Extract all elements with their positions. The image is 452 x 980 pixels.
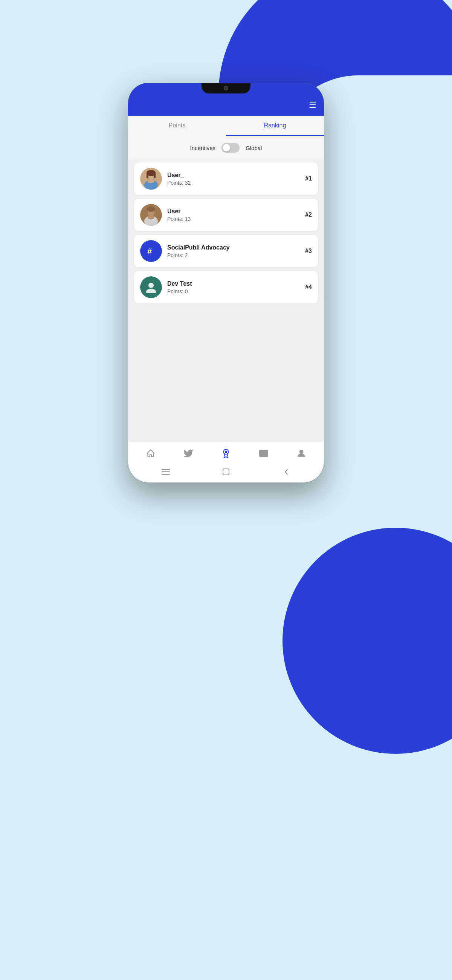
svg-rect-21 bbox=[162, 469, 170, 470]
username: SocialPubli Advocacy bbox=[167, 244, 300, 251]
global-label: Global bbox=[246, 145, 262, 151]
svg-point-4 bbox=[147, 180, 154, 183]
points: Points: 0 bbox=[167, 288, 300, 294]
woman-avatar-icon bbox=[140, 168, 162, 189]
hamburger-menu-icon[interactable]: ☰ bbox=[309, 101, 316, 109]
twitter-icon bbox=[184, 449, 193, 458]
svg-rect-7 bbox=[154, 173, 155, 178]
bg-decoration-bottom bbox=[282, 528, 452, 754]
rankings-list: User_ Points: 32 #1 bbox=[128, 159, 324, 441]
front-camera bbox=[224, 86, 228, 91]
nav-badge[interactable] bbox=[218, 447, 234, 460]
nav-home[interactable] bbox=[143, 447, 159, 460]
points: Points: 13 bbox=[167, 216, 300, 222]
avatar bbox=[140, 168, 162, 189]
svg-point-16 bbox=[146, 289, 156, 293]
hashtag-bubble-avatar: # bbox=[140, 240, 162, 262]
system-square-icon bbox=[222, 468, 230, 476]
avatar bbox=[140, 204, 162, 226]
svg-point-13 bbox=[148, 214, 154, 217]
home-icon bbox=[146, 449, 155, 458]
rank-info: User Points: 13 bbox=[167, 208, 300, 222]
svg-rect-6 bbox=[146, 173, 148, 178]
tab-ranking[interactable]: Ranking bbox=[226, 116, 324, 136]
rank-item[interactable]: User Points: 13 #2 bbox=[134, 199, 318, 231]
person-icon bbox=[145, 281, 157, 293]
devtest-avatar-icon bbox=[140, 276, 162, 298]
system-home-button[interactable] bbox=[222, 468, 230, 476]
nav-twitter[interactable] bbox=[181, 447, 196, 460]
toggle-switch[interactable] bbox=[222, 143, 239, 153]
points: Points: 32 bbox=[167, 180, 300, 186]
tab-bar: Points Ranking bbox=[128, 116, 324, 136]
svg-point-20 bbox=[300, 450, 303, 453]
svg-rect-23 bbox=[162, 474, 170, 475]
incentives-global-toggle-row: Incentives Global bbox=[128, 136, 324, 159]
system-back-button[interactable] bbox=[282, 468, 291, 476]
svg-point-15 bbox=[148, 283, 154, 288]
svg-rect-22 bbox=[162, 471, 170, 473]
system-back-icon bbox=[283, 469, 290, 475]
rank-position: #4 bbox=[305, 284, 312, 291]
incentives-label: Incentives bbox=[190, 145, 216, 151]
badge-icon bbox=[221, 449, 231, 458]
rank-position: #3 bbox=[305, 248, 312, 255]
points: Points: 2 bbox=[167, 252, 300, 258]
svg-rect-24 bbox=[223, 469, 229, 475]
system-hamburger-icon bbox=[162, 469, 170, 475]
bottom-nav bbox=[128, 441, 324, 464]
phone-screen: ☰ Points Ranking Incentives Global bbox=[128, 83, 324, 482]
svg-text:#: # bbox=[147, 247, 152, 256]
username: User bbox=[167, 208, 300, 215]
rank-position: #1 bbox=[305, 175, 312, 182]
tab-points[interactable]: Points bbox=[128, 116, 226, 136]
rank-position: #2 bbox=[305, 212, 312, 218]
rank-info: Dev Test Points: 0 bbox=[167, 280, 300, 294]
rank-info: SocialPubli Advocacy Points: 2 bbox=[167, 244, 300, 258]
hashtag-icon: # bbox=[145, 245, 157, 257]
nav-user[interactable] bbox=[293, 447, 309, 460]
rank-item[interactable]: Dev Test Points: 0 #4 bbox=[134, 271, 318, 304]
svg-point-18 bbox=[225, 451, 227, 453]
rank-item[interactable]: User_ Points: 32 #1 bbox=[134, 162, 318, 195]
user-icon bbox=[297, 449, 306, 458]
mail-icon bbox=[259, 449, 268, 458]
system-nav bbox=[128, 464, 324, 482]
rank-info: User_ Points: 32 bbox=[167, 172, 300, 186]
phone-device: ☰ Points Ranking Incentives Global bbox=[128, 83, 324, 482]
avatar: # bbox=[140, 240, 162, 262]
phone-notch bbox=[201, 83, 251, 94]
avatar bbox=[140, 276, 162, 298]
nav-mail[interactable] bbox=[256, 447, 271, 460]
username: Dev Test bbox=[167, 280, 300, 287]
username: User_ bbox=[167, 172, 300, 179]
svg-point-12 bbox=[147, 207, 155, 212]
rank-item[interactable]: # SocialPubli Advocacy Points: 2 #3 bbox=[134, 235, 318, 267]
man-avatar-icon bbox=[140, 204, 162, 226]
system-menu-button[interactable] bbox=[161, 468, 170, 476]
